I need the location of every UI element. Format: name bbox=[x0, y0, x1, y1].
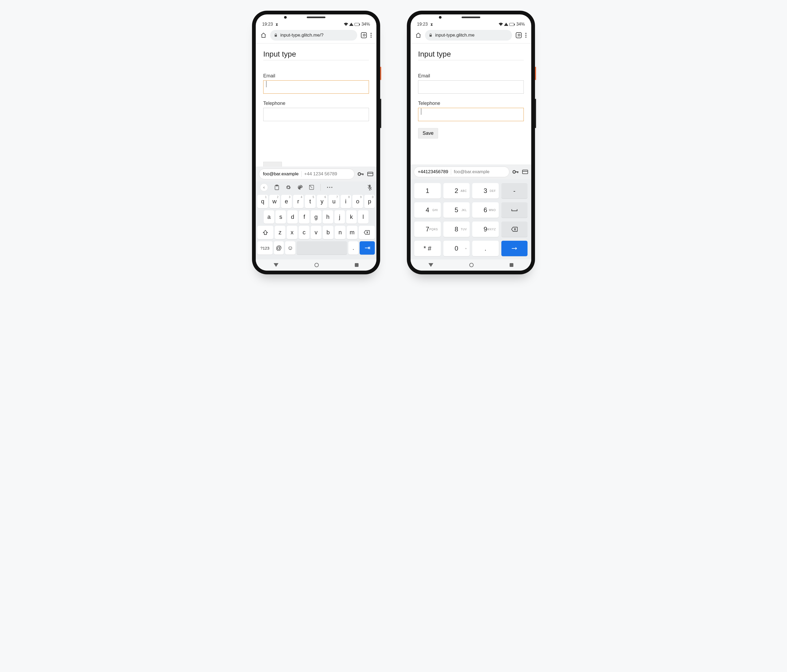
key-4[interactable]: 4GHI bbox=[414, 202, 441, 218]
textedit-icon[interactable] bbox=[309, 185, 314, 190]
period-key[interactable]: . bbox=[348, 241, 359, 255]
svg-rect-3 bbox=[368, 172, 373, 176]
hourglass-icon: ⧗ bbox=[275, 22, 278, 27]
lock-icon bbox=[429, 33, 433, 37]
key-y[interactable]: y6 bbox=[317, 195, 327, 208]
save-button-partial[interactable] bbox=[263, 162, 282, 167]
key-g[interactable]: g bbox=[311, 210, 321, 224]
tab-switcher-icon[interactable]: :D bbox=[361, 32, 367, 38]
gear-icon[interactable] bbox=[286, 185, 291, 190]
key-z[interactable]: z bbox=[275, 226, 285, 239]
space-key[interactable] bbox=[501, 202, 528, 218]
key-2[interactable]: 2ABC bbox=[443, 183, 470, 199]
overflow-menu-icon[interactable] bbox=[525, 33, 526, 38]
nav-back-icon[interactable] bbox=[428, 263, 433, 267]
key-0[interactable]: 0+ bbox=[443, 241, 470, 256]
enter-key[interactable] bbox=[501, 241, 528, 256]
key-8[interactable]: 8TUV bbox=[443, 221, 470, 237]
key-x[interactable]: x bbox=[287, 226, 297, 239]
key-t[interactable]: t5 bbox=[305, 195, 316, 208]
shift-key[interactable] bbox=[258, 226, 273, 239]
key-row-1: q1w2e3r4t5y6u7i8o9p0 bbox=[258, 195, 375, 208]
key-3[interactable]: 3DEF bbox=[472, 183, 499, 199]
spacebar-key[interactable] bbox=[297, 241, 347, 255]
svg-rect-12 bbox=[517, 172, 518, 173]
page-title: Input type bbox=[263, 50, 369, 60]
tab-switcher-icon[interactable]: :D bbox=[516, 32, 522, 38]
key-p[interactable]: p0 bbox=[364, 195, 375, 208]
key-5[interactable]: 5JKL bbox=[443, 202, 470, 218]
signal-icon bbox=[349, 23, 354, 26]
key-m[interactable]: m bbox=[347, 226, 357, 239]
key-o[interactable]: o9 bbox=[352, 195, 363, 208]
clock: 19:23 bbox=[417, 22, 428, 27]
home-icon[interactable] bbox=[416, 32, 421, 38]
telephone-field[interactable] bbox=[263, 108, 369, 121]
toolbar-separator bbox=[320, 184, 321, 191]
key-u[interactable]: u7 bbox=[329, 195, 339, 208]
key-* #[interactable]: * # bbox=[414, 241, 441, 256]
key-9[interactable]: 9WXYZ bbox=[472, 221, 499, 237]
payment-card-icon[interactable] bbox=[522, 170, 528, 174]
volume-button bbox=[535, 99, 536, 128]
nav-home-icon[interactable] bbox=[469, 263, 474, 267]
keyboard-back-icon[interactable]: ‹ bbox=[260, 183, 268, 191]
payment-card-icon[interactable] bbox=[367, 172, 373, 176]
key-h[interactable]: h bbox=[323, 210, 333, 224]
key-j[interactable]: j bbox=[335, 210, 345, 224]
overflow-menu-icon[interactable] bbox=[371, 33, 371, 38]
email-label: Email bbox=[263, 73, 369, 79]
key-r[interactable]: r4 bbox=[293, 195, 304, 208]
key-a[interactable]: a bbox=[264, 210, 274, 224]
key-c[interactable]: c bbox=[299, 226, 310, 239]
email-field[interactable] bbox=[263, 80, 369, 94]
palette-icon[interactable] bbox=[297, 185, 303, 190]
omnibox[interactable]: input-type.glitch.me/? bbox=[270, 30, 357, 41]
key-k[interactable]: k bbox=[346, 210, 357, 224]
key-7[interactable]: 7PQRS bbox=[414, 221, 441, 237]
autofill-secondary: +44 1234 56789 bbox=[304, 171, 337, 177]
page-content: Input type Email Telephone bbox=[256, 44, 376, 167]
key-q[interactable]: q1 bbox=[258, 195, 268, 208]
page-title: Input type bbox=[418, 50, 524, 60]
key-e[interactable]: e3 bbox=[281, 195, 292, 208]
key-v[interactable]: v bbox=[311, 226, 321, 239]
key-i[interactable]: i8 bbox=[341, 195, 351, 208]
nav-back-icon[interactable] bbox=[273, 263, 278, 267]
home-icon[interactable] bbox=[261, 32, 266, 38]
more-icon[interactable] bbox=[327, 187, 332, 188]
password-key-icon[interactable] bbox=[512, 170, 519, 174]
key-f[interactable]: f bbox=[299, 210, 310, 224]
email-field[interactable] bbox=[418, 80, 524, 94]
autofill-suggestion[interactable]: +44123456789 foo@bar.example bbox=[414, 167, 509, 177]
key-l[interactable]: l bbox=[358, 210, 368, 224]
mic-off-icon[interactable] bbox=[367, 185, 372, 190]
battery-icon bbox=[509, 23, 515, 26]
key-d[interactable]: d bbox=[287, 210, 298, 224]
nav-recents-icon[interactable] bbox=[510, 263, 514, 267]
key-.[interactable]: . bbox=[472, 241, 499, 256]
key-n[interactable]: n bbox=[335, 226, 345, 239]
key--[interactable]: - bbox=[501, 183, 528, 199]
backspace-key[interactable] bbox=[359, 226, 375, 239]
key-w[interactable]: w2 bbox=[269, 195, 280, 208]
key-s[interactable]: s bbox=[275, 210, 286, 224]
emoji-key[interactable]: ☺ bbox=[285, 241, 295, 255]
battery-pct: 34% bbox=[516, 22, 525, 27]
key-row-2: asdfghjkl bbox=[258, 210, 375, 224]
telephone-field[interactable] bbox=[418, 108, 524, 121]
save-button[interactable]: Save bbox=[418, 128, 438, 139]
symbols-key[interactable]: ?123 bbox=[258, 241, 273, 255]
nav-recents-icon[interactable] bbox=[355, 263, 359, 267]
key-6[interactable]: 6MNO bbox=[472, 202, 499, 218]
key-b[interactable]: b bbox=[323, 226, 333, 239]
backspace-key[interactable] bbox=[501, 221, 528, 237]
enter-key[interactable] bbox=[360, 241, 375, 255]
omnibox[interactable]: input-type.glitch.me bbox=[425, 30, 512, 41]
autofill-suggestion[interactable]: foo@bar.example +44 1234 56789 bbox=[259, 169, 354, 179]
key-1[interactable]: 1 bbox=[414, 183, 441, 199]
password-key-icon[interactable] bbox=[358, 172, 364, 176]
clipboard-icon[interactable] bbox=[275, 185, 279, 190]
at-key[interactable]: @ bbox=[274, 241, 284, 255]
nav-home-icon[interactable] bbox=[314, 263, 319, 267]
